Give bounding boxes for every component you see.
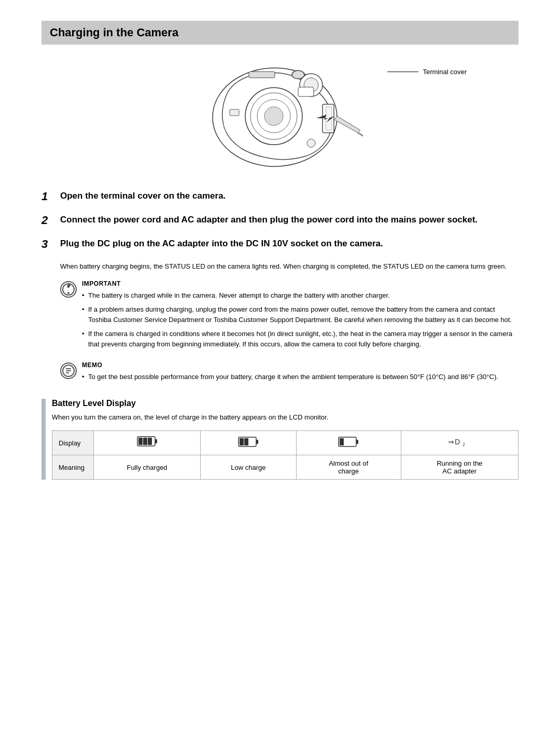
svg-point-4	[264, 107, 283, 125]
svg-rect-24	[143, 438, 147, 445]
important-list: The battery is charged while in the came…	[82, 290, 519, 350]
camera-diagram: Terminal cover	[41, 60, 519, 174]
svg-rect-28	[240, 438, 244, 445]
step-1: 1 Open the terminal cover on the camera.	[41, 190, 519, 203]
memo-icon	[60, 362, 77, 379]
terminal-cover-text: Terminal cover	[423, 68, 467, 76]
table-meaning-row: Meaning Fully charged Low charge Almost …	[52, 455, 519, 480]
step-2: 2 Connect the power cord and AC adapter …	[41, 214, 519, 227]
table-display-row: Display	[52, 431, 519, 455]
display-icon-almost-out	[296, 431, 401, 455]
battery-table: Display	[52, 430, 519, 480]
memo-title: MEMO	[82, 361, 519, 369]
battery-sidebar-bar	[41, 399, 46, 480]
svg-rect-23	[138, 438, 143, 445]
important-icon-svg	[62, 283, 75, 296]
step-3-description: When battery charging begins, the STATUS…	[60, 261, 519, 272]
display-icon-low-charge	[201, 431, 297, 455]
svg-text:⇒D: ⇒D	[448, 438, 460, 446]
svg-point-13	[307, 139, 315, 147]
display-icon-fully-charged	[94, 431, 201, 455]
important-item-3: If the camera is charged in conditions w…	[82, 329, 519, 349]
svg-rect-12	[230, 109, 239, 116]
step-2-text: Connect the power cord and AC adapter an…	[60, 214, 478, 226]
meaning-almost-out: Almost out ofcharge	[296, 455, 401, 480]
step-2-number: 2	[41, 214, 54, 227]
svg-rect-25	[148, 438, 152, 445]
diagram-wrapper: Terminal cover	[197, 60, 363, 174]
memo-notice: MEMO To get the best possible performanc…	[60, 361, 519, 386]
display-label: Display	[52, 431, 94, 455]
memo-content: MEMO To get the best possible performanc…	[82, 361, 519, 386]
terminal-cover-line	[387, 72, 418, 72]
step-3: 3 Plug the DC plug on the AC adapter int…	[41, 238, 519, 251]
battery-level-section: Battery Level Display When you turn the …	[41, 399, 519, 480]
step-3-text: Plug the DC plug on the AC adapter into …	[60, 238, 383, 250]
memo-icon-svg	[62, 365, 75, 377]
page-title: Charging in the Camera	[41, 21, 519, 45]
svg-text:2: 2	[463, 442, 466, 447]
terminal-cover-label-container: Terminal cover	[387, 68, 467, 76]
step-3-number: 3	[41, 238, 54, 251]
display-icon-ac-adapter: ⇒D 2	[401, 431, 519, 455]
svg-rect-27	[256, 440, 258, 444]
svg-rect-20	[66, 372, 69, 373]
step-1-number: 1	[41, 190, 54, 203]
svg-point-16	[67, 292, 69, 294]
camera-illustration	[197, 60, 363, 174]
svg-rect-14	[249, 72, 275, 78]
battery-level-title: Battery Level Display	[52, 399, 519, 408]
svg-rect-31	[356, 440, 358, 444]
meaning-fully-charged: Fully charged	[94, 455, 201, 480]
memo-item-1: To get the best possible performance fro…	[82, 372, 519, 382]
battery-content: Battery Level Display When you turn the …	[52, 399, 519, 480]
important-icon	[60, 281, 77, 298]
svg-rect-19	[66, 370, 71, 371]
important-title: IMPORTANT	[82, 280, 519, 287]
svg-rect-8	[298, 87, 314, 96]
svg-rect-18	[66, 368, 71, 369]
meaning-ac-adapter: Running on theAC adapter	[401, 455, 519, 480]
memo-list: To get the best possible performance fro…	[82, 372, 519, 382]
important-content: IMPORTANT The battery is charged while i…	[82, 280, 519, 354]
battery-level-description: When you turn the camera on, the level o…	[52, 412, 519, 423]
svg-rect-22	[155, 439, 157, 443]
important-notice: IMPORTANT The battery is charged while i…	[60, 280, 519, 354]
svg-rect-29	[244, 438, 248, 445]
meaning-low-charge: Low charge	[201, 455, 297, 480]
important-item-2: If a problem arises during charging, unp…	[82, 304, 519, 325]
step-1-text: Open the terminal cover on the camera.	[60, 190, 226, 202]
important-item-1: The battery is charged while in the came…	[82, 290, 519, 301]
svg-rect-32	[340, 438, 344, 445]
meaning-label: Meaning	[52, 455, 94, 480]
svg-point-7	[292, 71, 304, 79]
